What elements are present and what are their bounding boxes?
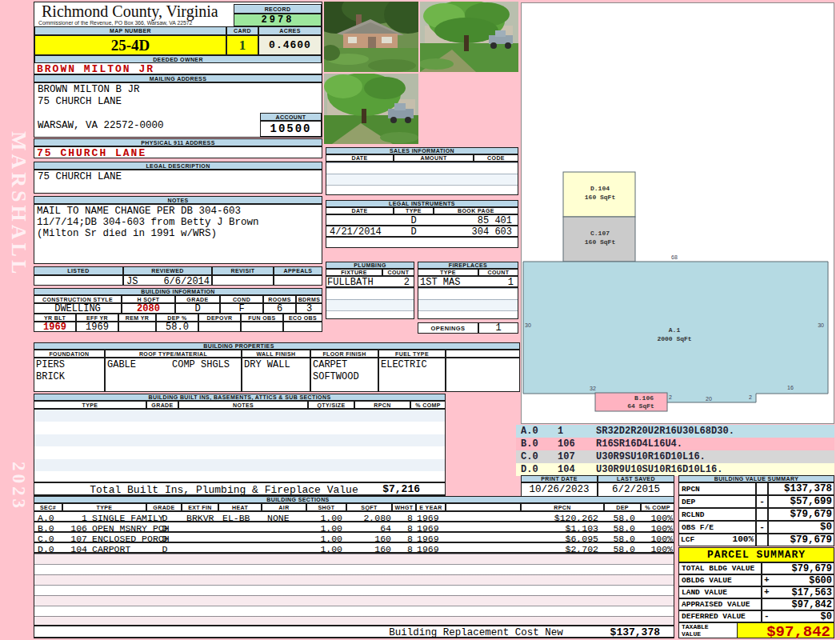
built-ins-type-label: TYPE — [34, 401, 146, 409]
instrument-type-label: TYPE — [394, 207, 434, 214]
vector-code: 1 — [558, 426, 563, 437]
vector-sec: C.0 — [521, 451, 538, 462]
instrument-empty-row — [326, 237, 518, 248]
parcel-row-op: + — [764, 575, 772, 586]
foundation-value-2: BRICK — [36, 371, 100, 382]
bvs-value: $0 — [768, 521, 834, 534]
appeals-value — [274, 275, 322, 286]
sec-type: CARPORT — [92, 544, 130, 553]
built-ins-label: BUILDING BUILT INS, BASEMENTS, ATTICS & … — [34, 394, 446, 401]
vector-code: 104 — [558, 464, 575, 475]
building-properties-label: BUILDING PROPERTIES — [34, 342, 520, 350]
construction-style-value: DWELLING — [34, 303, 122, 314]
physical-911-label: PHYSICAL 911 ADDRESS — [34, 138, 322, 146]
fireplace-empty-rows — [418, 287, 518, 319]
sec-comp: 100% — [641, 544, 673, 553]
print-date-label: PRINT DATE — [521, 475, 598, 482]
instrument-book-value: 304 603 — [434, 226, 512, 236]
listed-value — [34, 275, 123, 286]
taxable-label-line1: TAXABLE — [682, 623, 734, 630]
map-number-value: 25-4D — [34, 35, 226, 55]
built-ins-total-label: Total Built Ins, Plumbing & Fireplace Va… — [80, 484, 368, 495]
sketch-area-b-sqft: 64 SqFt — [613, 402, 669, 410]
sec-header: % COMP — [641, 503, 674, 511]
sec-header-spacer — [446, 503, 521, 511]
deeded-owner-label: DEEDED OWNER — [34, 55, 322, 63]
parcel-row-value: $17,563 — [774, 587, 832, 598]
bvs-op — [756, 534, 768, 546]
taxable-value: $97,842 — [744, 623, 830, 638]
sec-header: SHGT — [306, 503, 346, 511]
built-ins-rpcn-label: RPCN — [354, 401, 410, 409]
last-saved-label: LAST SAVED — [598, 475, 674, 482]
reviewed-label: REVIEWED — [123, 266, 212, 275]
parcel-row-op — [764, 563, 772, 574]
sec-whgt: 8 — [393, 513, 413, 522]
wall-finish-value: DRY WALL — [244, 359, 308, 370]
sketch-dim-2b: 2 — [749, 394, 755, 402]
reviewed-by: JS — [126, 276, 150, 286]
vector-code: 107 — [558, 451, 575, 462]
acres-value: 0.4600 — [258, 35, 322, 55]
sec-dep: 58.0 — [606, 534, 635, 542]
vector-row-b: B.0 106 R16SR16D4L16U4. — [516, 438, 834, 450]
sketch-dim-top: 68 — [664, 254, 685, 262]
sec-grade: D — [147, 534, 182, 542]
county-title: Richmond County, Virginia — [42, 2, 232, 22]
dep-pct-label: DEP % — [156, 314, 198, 322]
bdrms-value: 3 — [296, 303, 322, 314]
sec-id: C.0 — [38, 534, 54, 542]
building-information-label: BUILDING INFORMATION — [34, 288, 322, 295]
reviewed-date: 6/6/2014 — [156, 276, 210, 286]
fireplace-count-value: 1 — [478, 277, 514, 286]
sales-amount-label: AMOUNT — [394, 154, 474, 162]
sketch-area-a-sqft: 2000 SqFt — [632, 335, 717, 343]
sec-whgt: 8 — [393, 544, 413, 553]
instrument-type-value: D — [394, 226, 434, 236]
sec-heat: EL-BB — [222, 513, 250, 522]
replacement-cost-label: Building Replacement Cost New — [356, 627, 596, 638]
sec-dep: 58.0 — [606, 513, 635, 522]
effyr-value: 1969 — [76, 322, 118, 332]
sec-whgt: 8 — [393, 523, 413, 532]
mailing-line-1: BROWN MILTON B JR — [38, 84, 254, 95]
building-value-summary-label: BUILDING VALUE SUMMARY — [678, 475, 834, 482]
sec-code: 107 — [65, 534, 87, 542]
built-ins-notes-label: NOTES — [178, 401, 308, 409]
account-label: ACCOUNT — [260, 113, 322, 121]
depovr-label: DEPOVR — [198, 314, 241, 322]
parcel-row-label: LAND VALUE — [678, 586, 762, 598]
sec-id: A.0 — [38, 513, 54, 522]
sec-grade: D — [147, 544, 182, 553]
sketch-dim-2a: 2 — [669, 394, 675, 402]
sketch-area-d-sqft: 160 SqFt — [563, 194, 637, 202]
vector-row-a: A.0 1 SR32D2R20U2R16U30L68D30. — [516, 425, 834, 438]
ecoobs-value — [283, 322, 322, 332]
vector-sec: D.0 — [521, 464, 538, 475]
cond-label: COND — [220, 295, 263, 303]
grade-value: D — [175, 303, 220, 314]
section-row: A.0 1 SINGLE FAMILY D BRKVR EL-BB NONE 1… — [34, 511, 674, 522]
sec-code: 106 — [65, 523, 87, 532]
fixture-count-label: COUNT — [382, 269, 414, 276]
revisit-value — [212, 275, 274, 286]
sec-rpcn: $120,262 — [526, 513, 598, 522]
sec-sqft: 160 — [347, 544, 391, 553]
fuel-type-value: ELECTRIC — [381, 359, 443, 370]
bvs-op — [756, 482, 768, 495]
effyr-label: EFF YR — [76, 314, 118, 322]
built-ins-total-value: $7,216 — [364, 483, 420, 494]
sketch-dim-left: 30 — [525, 322, 536, 330]
openings-value: 1 — [478, 322, 518, 334]
print-date-value: 10/26/2023 — [521, 482, 598, 497]
instrument-type-value: D — [394, 215, 434, 225]
bvs-value: $137,378 — [768, 482, 834, 495]
hsqft-value: 2080 — [122, 303, 175, 314]
record-number: 2978 — [234, 14, 322, 26]
section-row: D.0 104 CARPORT D 1.00 160 8 1969 $2,702… — [34, 542, 674, 553]
mailing-line-3: WARSAW, VA 22572-0000 — [38, 120, 254, 131]
vector-sec: B.0 — [521, 438, 538, 450]
mailing-address-label: MAILING ADDRESS — [34, 74, 322, 82]
remyr-value — [118, 322, 156, 332]
sketch-dim-32: 32 — [586, 386, 599, 393]
